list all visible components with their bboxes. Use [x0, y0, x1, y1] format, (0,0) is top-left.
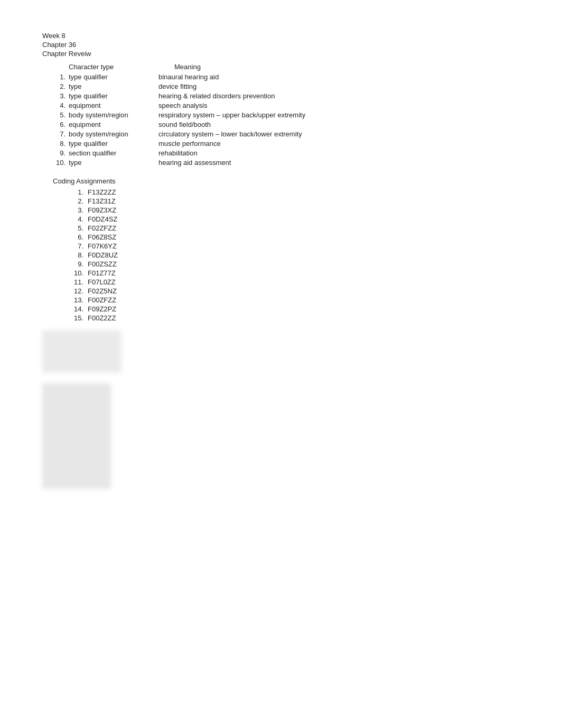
coding-item-code: F13Z2ZZ	[88, 188, 116, 196]
table-row: 7.body system/regioncirculatory system –…	[53, 130, 519, 138]
row-meaning: rehabilitation	[158, 149, 519, 157]
row-char-type: body system/region	[69, 111, 158, 119]
row-number: 3.	[53, 92, 69, 100]
coding-item-number: 7.	[69, 242, 83, 250]
coding-item-number: 14.	[69, 305, 83, 313]
coding-list-container: 1.F13Z2ZZ2.F13Z31Z3.F09Z3XZ4.F0DZ4SZ5.F0…	[69, 188, 519, 322]
review-table: Character type Meaning 1.type qualifierb…	[53, 63, 519, 167]
row-meaning: hearing & related disorders prevention	[158, 92, 519, 100]
coding-item-code: F00ZFZZ	[88, 296, 116, 304]
chapter-review-text: Chapter Reveiw	[42, 50, 91, 58]
row-meaning: circulatory system – lower back/lower ex…	[158, 130, 519, 138]
table-row: 4.equipmentspeech analysis	[53, 102, 519, 109]
coding-item-number: 10.	[69, 269, 83, 277]
row-number: 7.	[53, 130, 69, 138]
row-number: 6.	[53, 121, 69, 128]
list-item: 2.F13Z31Z	[69, 197, 519, 205]
coding-item-code: F00Z2ZZ	[88, 314, 116, 322]
blurred-image-2	[42, 383, 111, 489]
coding-item-number: 3.	[69, 206, 83, 214]
coding-item-number: 2.	[69, 197, 83, 205]
row-meaning: hearing aid assessment	[158, 159, 519, 167]
review-rows-container: 1.type qualifierbinaural hearing aid2.ty…	[53, 73, 519, 167]
table-row: 3.type qualifierhearing & related disord…	[53, 92, 519, 100]
coding-item-code: F09Z2PZ	[88, 305, 116, 313]
row-char-type: type qualifier	[69, 73, 158, 81]
coding-item-code: F00ZSZZ	[88, 260, 117, 268]
list-item: 10.F01Z77Z	[69, 269, 519, 277]
coding-item-number: 8.	[69, 251, 83, 259]
row-meaning: muscle performance	[158, 140, 519, 148]
coding-item-code: F0DZ8UZ	[88, 251, 118, 259]
list-item: 8.F0DZ8UZ	[69, 251, 519, 259]
list-item: 3.F09Z3XZ	[69, 206, 519, 214]
table-header-row: Character type Meaning	[69, 63, 519, 71]
row-meaning: device fitting	[158, 82, 519, 90]
row-char-type: type	[69, 82, 158, 90]
row-char-type: type qualifier	[69, 92, 158, 100]
row-number: 9.	[53, 149, 69, 157]
coding-item-code: F07K6YZ	[88, 242, 117, 250]
list-item: 5.F02ZFZZ	[69, 224, 519, 232]
coding-item-code: F01Z77Z	[88, 269, 116, 277]
row-char-type: type qualifier	[69, 140, 158, 148]
coding-item-code: F09Z3XZ	[88, 206, 116, 214]
list-item: 11.F07L0ZZ	[69, 278, 519, 286]
coding-item-number: 5.	[69, 224, 83, 232]
row-char-type: body system/region	[69, 130, 158, 138]
coding-item-number: 12.	[69, 287, 83, 295]
row-number: 4.	[53, 102, 69, 109]
table-row: 8.type qualifiermuscle performance	[53, 140, 519, 148]
list-item: 13.F00ZFZZ	[69, 296, 519, 304]
list-item: 15.F00Z2ZZ	[69, 314, 519, 322]
week-label: Week 8	[42, 32, 519, 40]
list-item: 14.F09Z2PZ	[69, 305, 519, 313]
chapter-label: Chapter 36	[42, 41, 519, 49]
col-char-header: Character type	[69, 63, 174, 71]
coding-section-title: Coding Assignments	[53, 177, 519, 185]
row-meaning: sound field/booth	[158, 121, 519, 128]
coding-item-code: F07L0ZZ	[88, 278, 116, 286]
list-item: 9.F00ZSZZ	[69, 260, 519, 268]
coding-item-code: F02ZFZZ	[88, 224, 116, 232]
week-text: Week 8	[42, 32, 66, 40]
coding-item-number: 9.	[69, 260, 83, 268]
table-row: 2.typedevice fitting	[53, 82, 519, 90]
row-number: 10.	[53, 159, 69, 167]
list-item: 12.F02Z5NZ	[69, 287, 519, 295]
row-char-type: section qualifier	[69, 149, 158, 157]
coding-item-number: 15.	[69, 314, 83, 322]
row-meaning: respiratory system – upper back/upper ex…	[158, 111, 519, 119]
coding-item-number: 4.	[69, 215, 83, 223]
table-row: 5.body system/regionrespiratory system –…	[53, 111, 519, 119]
list-item: 4.F0DZ4SZ	[69, 215, 519, 223]
coding-item-code: F0DZ4SZ	[88, 215, 117, 223]
coding-item-code: F02Z5NZ	[88, 287, 117, 295]
table-row: 9.section qualifierrehabilitation	[53, 149, 519, 157]
col-meaning-header: Meaning	[174, 63, 386, 71]
blurred-image-1	[42, 330, 121, 373]
table-row: 1.type qualifierbinaural hearing aid	[53, 73, 519, 81]
header-section: Week 8 Chapter 36 Chapter Reveiw	[42, 32, 519, 58]
coding-item-number: 11.	[69, 278, 83, 286]
chapter-text: Chapter 36	[42, 41, 76, 49]
row-char-type: equipment	[69, 102, 158, 109]
list-item: 7.F07K6YZ	[69, 242, 519, 250]
coding-item-number: 1.	[69, 188, 83, 196]
coding-item-number: 13.	[69, 296, 83, 304]
row-number: 1.	[53, 73, 69, 81]
row-meaning: speech analysis	[158, 102, 519, 109]
list-item: 1.F13Z2ZZ	[69, 188, 519, 196]
coding-item-code: F06Z8SZ	[88, 233, 116, 241]
chapter-review-label: Chapter Reveiw	[42, 50, 519, 58]
coding-item-code: F13Z31Z	[88, 197, 116, 205]
row-number: 5.	[53, 111, 69, 119]
row-number: 2.	[53, 82, 69, 90]
row-char-type: equipment	[69, 121, 158, 128]
list-item: 6.F06Z8SZ	[69, 233, 519, 241]
table-row: 6.equipmentsound field/booth	[53, 121, 519, 128]
row-char-type: type	[69, 159, 158, 167]
row-meaning: binaural hearing aid	[158, 73, 519, 81]
table-row: 10.typehearing aid assessment	[53, 159, 519, 167]
row-number: 8.	[53, 140, 69, 148]
